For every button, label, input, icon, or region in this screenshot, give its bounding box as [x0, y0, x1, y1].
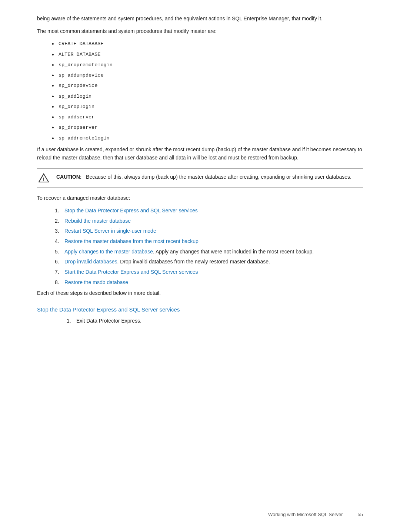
caution-body: Because of this, always dump (back up) t…	[83, 174, 351, 180]
step-8: 8. Restore the msdb database	[52, 279, 363, 287]
step-1: 1. Stop the Data Protector Express and S…	[52, 207, 363, 215]
step-4-link[interactable]: Restore the master database from the mos…	[64, 238, 199, 246]
page-footer: Working with Microsoft SQL Server 55	[268, 512, 363, 517]
step-2-num: 2.	[55, 217, 61, 225]
bullet-item-5: sp_dropdevice	[59, 83, 97, 88]
step-7-link[interactable]: Start the Data Protector Express and SQL…	[64, 268, 198, 276]
most-common-label: The most common statements and system pr…	[37, 27, 363, 36]
step-6-num: 6.	[55, 258, 61, 266]
caution-label: CAUTION:	[56, 174, 81, 180]
bullet-item-3: sp_dropremotelogin	[59, 62, 113, 68]
bullet-list: CREATE DATABASE ALTER DATABASE sp_dropre…	[52, 40, 363, 142]
step-6-extra: . Drop invalid databases from the newly …	[117, 259, 270, 265]
step-5-content: Apply changes to the master database. Ap…	[64, 248, 314, 256]
caution-content: CAUTION: Because of this, always dump (b…	[56, 173, 351, 181]
list-item: sp_dropdevice	[52, 81, 363, 90]
bullet-item-6: sp_addlogin	[59, 94, 91, 99]
list-item: sp_addumpdevice	[52, 71, 363, 79]
step-3-num: 3.	[55, 227, 61, 235]
caution-box: ! CAUTION: Because of this, always dump …	[37, 168, 363, 188]
step-2-link[interactable]: Rebuild the master database	[64, 217, 131, 225]
list-item: sp_addlogin	[52, 92, 363, 100]
list-item: sp_dropserver	[52, 123, 363, 131]
list-item: CREATE DATABASE	[52, 40, 363, 48]
list-item: sp_addserver	[52, 113, 363, 121]
footer-page: 55	[358, 512, 363, 517]
bullet-item-8: sp_addserver	[59, 114, 94, 120]
bullet-item-4: sp_addumpdevice	[59, 73, 104, 78]
bullet-item-1: CREATE DATABASE	[59, 41, 104, 47]
bullet-item-2: ALTER DATABASE	[59, 52, 100, 57]
recover-label: To recover a damaged master database:	[37, 194, 363, 202]
step-6: 6. Drop invalid databases. Drop invalid …	[52, 258, 363, 266]
step-1-link[interactable]: Stop the Data Protector Express and SQL …	[64, 207, 198, 215]
step-8-num: 8.	[55, 279, 61, 287]
section-step-1-text: Exit Data Protector Express.	[76, 317, 141, 325]
intro-paragraph: being aware of the statements and system…	[37, 15, 363, 23]
list-item: sp_addremotelogin	[52, 134, 363, 142]
step-2: 2. Rebuild the master database	[52, 217, 363, 225]
step-6-content: Drop invalid databases. Drop invalid dat…	[64, 258, 270, 266]
step-7-num: 7.	[55, 268, 61, 276]
each-steps-text: Each of these steps is described below i…	[37, 289, 363, 297]
section-steps: 1. Exit Data Protector Express.	[52, 317, 363, 325]
list-item: ALTER DATABASE	[52, 50, 363, 58]
step-6-link[interactable]: Drop invalid databases	[64, 259, 117, 265]
step-4: 4. Restore the master database from the …	[52, 238, 363, 246]
step-5-num: 5.	[55, 248, 61, 256]
footer-left: Working with Microsoft SQL Server	[268, 512, 343, 517]
svg-text:!: !	[43, 176, 44, 182]
step-5: 5. Apply changes to the master database.…	[52, 248, 363, 256]
list-item: sp_droplogin	[52, 102, 363, 111]
list-item: sp_dropremotelogin	[52, 61, 363, 69]
page-container: being aware of the statements and system…	[0, 0, 400, 532]
bullet-item-10: sp_addremotelogin	[59, 135, 110, 141]
recovery-steps-list: 1. Stop the Data Protector Express and S…	[52, 207, 363, 287]
step-8-link[interactable]: Restore the msdb database	[64, 279, 128, 287]
section-heading[interactable]: Stop the Data Protector Express and SQL …	[37, 306, 363, 313]
step-4-num: 4.	[55, 238, 61, 246]
step-3: 3. Restart SQL Server in single-user mod…	[52, 227, 363, 235]
step-5-link[interactable]: Apply changes to the master database	[64, 249, 153, 255]
step-7: 7. Start the Data Protector Express and …	[52, 268, 363, 276]
step-3-link[interactable]: Restart SQL Server in single-user mode	[64, 227, 156, 235]
step-5-extra: . Apply any changes that were not includ…	[153, 249, 314, 255]
bullet-item-9: sp_dropserver	[59, 125, 97, 130]
section-step-1-num: 1.	[67, 317, 73, 325]
step-1-num: 1.	[55, 207, 61, 215]
warning-paragraph: If a user database is created, expanded …	[37, 146, 363, 162]
bullet-item-7: sp_droplogin	[59, 104, 94, 110]
section-step-1: 1. Exit Data Protector Express.	[52, 317, 363, 325]
caution-triangle-icon: !	[37, 173, 50, 183]
